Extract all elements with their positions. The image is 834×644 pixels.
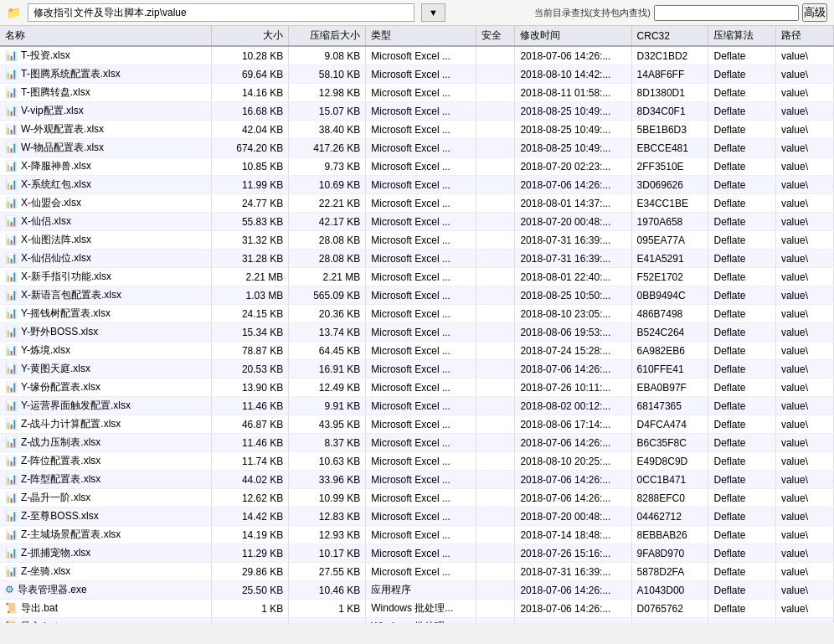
table-row[interactable]: 📊Y-野外BOSS.xlsx 15.34 KB 13.74 KB Microso… (0, 323, 834, 342)
table-row[interactable]: ⚙导表管理器.exe 25.50 KB 10.46 KB 应用程序 2018-0… (0, 581, 834, 600)
table-row[interactable]: 📊Z-战力压制表.xlsx 11.46 KB 8.37 KB Microsoft… (0, 434, 834, 452)
cell-name: 📊X-降服神兽.xlsx (0, 157, 212, 176)
cell-type: Microsoft Excel ... (366, 415, 476, 434)
table-row[interactable]: 📊Y-炼境.xlsx 78.87 KB 64.45 KB Microsoft E… (0, 342, 834, 360)
excel-icon: 📊 (5, 510, 18, 522)
cell-crc: EBCCE481 (631, 139, 708, 157)
excel-icon: 📊 (5, 252, 18, 264)
cell-sec (476, 600, 515, 618)
cell-path: value\ (775, 121, 833, 139)
cell-sec (476, 194, 515, 213)
col-header-csize[interactable]: 压缩后大小 (289, 26, 366, 46)
cell-size: 11.29 KB (212, 544, 289, 563)
col-header-method[interactable]: 压缩算法 (708, 26, 775, 46)
col-header-mtime[interactable]: 修改时间 (515, 26, 631, 46)
cell-name: 📊Z-战斗力计算配置.xlsx (0, 415, 212, 434)
cell-mtime: 2018-07-26 15:16:... (515, 544, 631, 563)
table-row[interactable]: 📊Z-坐骑.xlsx 29.86 KB 27.55 KB Microsoft E… (0, 563, 834, 581)
cell-size: 14.19 KB (212, 526, 289, 544)
cell-path: value\ (775, 581, 833, 600)
table-row[interactable]: 📊Y-运营界面触发配置.xlsx 11.46 KB 9.91 KB Micros… (0, 397, 834, 415)
cell-mtime: 2018-07-31 16:39:... (515, 563, 631, 581)
cell-crc: 2FF3510E (631, 157, 708, 176)
path-input[interactable] (28, 3, 414, 22)
table-row[interactable]: 📊X-系统红包.xlsx 11.99 KB 10.69 KB Microsoft… (0, 176, 834, 194)
cell-sec (476, 342, 515, 360)
cell-sec (476, 489, 515, 507)
table-row[interactable]: 📊Z-阵位配置表.xlsx 11.74 KB 10.63 KB Microsof… (0, 452, 834, 471)
cell-csize: 42.17 KB (289, 213, 366, 231)
table-row[interactable]: 📊T-投资.xlsx 10.28 KB 9.08 KB Microsoft Ex… (0, 46, 834, 65)
table-row[interactable]: 📊Z-晶升一阶.xlsx 12.62 KB 10.99 KB Microsoft… (0, 489, 834, 507)
cell-method: Deflate (708, 46, 775, 65)
cell-path: value\ (775, 139, 833, 157)
table-row[interactable]: 📊Y-摇钱树配置表.xlsx 24.15 KB 20.36 KB Microso… (0, 305, 834, 323)
table-row[interactable]: 📊X-仙侣.xlsx 55.83 KB 42.17 KB Microsoft E… (0, 213, 834, 231)
table-row[interactable]: 📊V-vip配置.xlsx 16.68 KB 15.07 KB Microsof… (0, 102, 834, 121)
cell-crc: 095EA77A (631, 231, 708, 250)
cell-crc: 8D1380D1 (631, 84, 708, 102)
table-row[interactable]: 📜导出.bat 1 KB 1 KB Windows 批处理... 2018-07… (0, 600, 834, 618)
col-header-path[interactable]: 路径 (775, 26, 833, 46)
cell-csize: 22.21 KB (289, 194, 366, 213)
cell-mtime: 2018-08-10 14:42:... (515, 65, 631, 84)
cell-size: 25.50 KB (212, 581, 289, 600)
table-row[interactable]: 📊Z-主城场景配置表.xlsx 14.19 KB 12.93 KB Micros… (0, 526, 834, 544)
cell-type: Microsoft Excel ... (366, 250, 476, 268)
cell-crc: 6A982EB6 (631, 342, 708, 360)
cell-crc: 5878D2FA (631, 563, 708, 581)
table-row[interactable]: 📊X-降服神兽.xlsx 10.85 KB 9.73 KB Microsoft … (0, 157, 834, 176)
table-row[interactable]: 📊Z-战斗力计算配置.xlsx 46.87 KB 43.95 KB Micros… (0, 415, 834, 434)
cell-crc: D0765762 (631, 600, 708, 618)
cell-mtime: 2018-07-06 14:26:... (515, 434, 631, 452)
table-row[interactable]: 📊X-仙盟会.xlsx 24.77 KB 22.21 KB Microsoft … (0, 194, 834, 213)
cell-sec (476, 46, 515, 65)
cell-crc: 1970A658 (631, 213, 708, 231)
table-row[interactable]: 📊Y-缘份配置表.xlsx 13.90 KB 12.49 KB Microsof… (0, 379, 834, 397)
cell-crc: 9FA8D970 (631, 544, 708, 563)
cell-crc: 0BB9494C (631, 286, 708, 305)
table-row[interactable]: 📜导入.bat 1 KB 1 KB Windows 批处理... 2018-07… (0, 618, 834, 624)
table-row[interactable]: 📊W-外观配置表.xlsx 42.04 KB 38.40 KB Microsof… (0, 121, 834, 139)
cell-mtime: 2018-07-20 00:48:... (515, 507, 631, 526)
cell-sec (476, 84, 515, 102)
table-row[interactable]: 📊X-仙图法阵.xlsx 31.32 KB 28.08 KB Microsoft… (0, 231, 834, 250)
table-row[interactable]: 📊T-图腾转盘.xlsx 14.16 KB 12.98 KB Microsoft… (0, 84, 834, 102)
cell-sec (476, 471, 515, 489)
col-header-crc[interactable]: CRC32 (631, 26, 708, 46)
search-input[interactable] (654, 5, 799, 21)
table-row[interactable]: 📊T-图腾系统配置表.xlsx 69.64 KB 58.10 KB Micros… (0, 65, 834, 84)
cell-csize: 13.74 KB (289, 323, 366, 342)
col-header-name[interactable]: 名称 (0, 26, 212, 46)
search-button[interactable]: 高级 (802, 3, 827, 22)
table-row[interactable]: 📊Y-黄图天庭.xlsx 20.53 KB 16.91 KB Microsoft… (0, 360, 834, 379)
table-row[interactable]: 📊Z-至尊BOSS.xlsx 14.42 KB 12.83 KB Microso… (0, 507, 834, 526)
cell-path: value\ (775, 434, 833, 452)
cell-method: Deflate (708, 102, 775, 121)
col-header-size[interactable]: 大小 (212, 26, 289, 46)
cell-method: Deflate (708, 213, 775, 231)
cell-mtime: 2018-07-20 00:48:... (515, 213, 631, 231)
cell-csize: 1 KB (289, 618, 366, 624)
cell-csize: 27.55 KB (289, 563, 366, 581)
table-row[interactable]: 📊X-仙侣仙位.xlsx 31.28 KB 28.08 KB Microsoft… (0, 250, 834, 268)
table-row[interactable]: 📊X-新手指引功能.xlsx 2.21 MB 2.21 MB Microsoft… (0, 268, 834, 286)
cell-crc: E49D8C9D (631, 452, 708, 471)
cell-type: Microsoft Excel ... (366, 507, 476, 526)
cell-csize: 2.21 MB (289, 268, 366, 286)
table-row[interactable]: 📊X-新语言包配置表.xlsx 1.03 MB 565.09 KB Micros… (0, 286, 834, 305)
col-header-type[interactable]: 类型 (366, 26, 476, 46)
cell-name: 📊Y-缘份配置表.xlsx (0, 379, 212, 397)
cell-method: Deflate (708, 452, 775, 471)
cell-sec (476, 121, 515, 139)
cell-type: Microsoft Excel ... (366, 360, 476, 379)
cell-size: 29.86 KB (212, 563, 289, 581)
table-row[interactable]: 📊Z-阵型配置表.xlsx 44.02 KB 33.96 KB Microsof… (0, 471, 834, 489)
arrow-button[interactable]: ▼ (421, 3, 445, 22)
table-row[interactable]: 📊Z-抓捕宠物.xlsx 11.29 KB 10.17 KB Microsoft… (0, 544, 834, 563)
cell-csize: 64.45 KB (289, 342, 366, 360)
col-header-sec[interactable]: 安全 (476, 26, 515, 46)
cell-size: 31.32 KB (212, 231, 289, 250)
cell-mtime: 2018-08-06 17:14:... (515, 415, 631, 434)
table-row[interactable]: 📊W-物品配置表.xlsx 674.20 KB 417.26 KB Micros… (0, 139, 834, 157)
